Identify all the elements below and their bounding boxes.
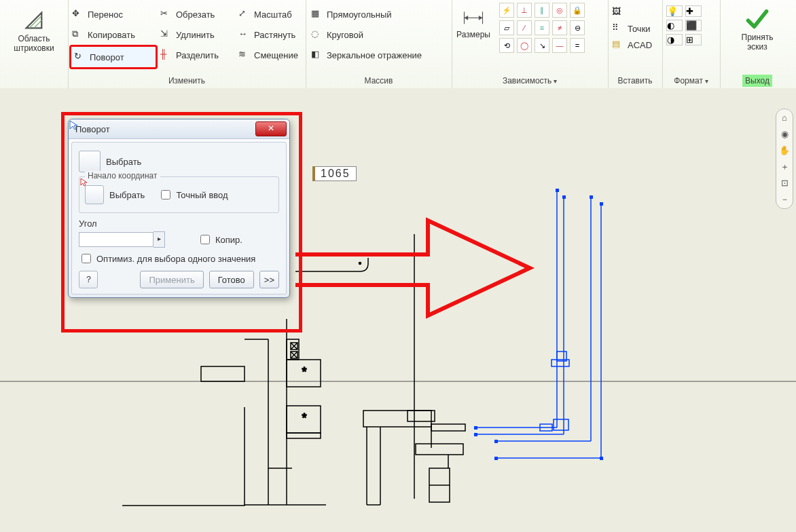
constraint-btn-13[interactable]: ↘ [535, 38, 549, 53]
acad-button[interactable]: ▤ACAD [609, 37, 661, 53]
constraint-btn-15[interactable]: = [570, 38, 585, 53]
hatch-area-button[interactable]: Область штриховки [0, 0, 68, 53]
offset-button[interactable]: ≋Смещение [236, 45, 307, 65]
accept-sketch-button[interactable]: Принять эскиз [720, 0, 795, 52]
constraint-grid: ⚡ ⊥ ∥ ◎ 🔒 ▱ ∕ ≡ ≠ ⊖ ⟲ ◯ ↘ — = [495, 0, 607, 53]
move-button[interactable]: ✥Перенос [69, 4, 158, 24]
constraint-btn-4[interactable]: ◎ [552, 3, 567, 18]
scale-button[interactable]: ⤢Масштаб [236, 4, 307, 24]
mirror-icon: ◧ [311, 49, 323, 61]
format-btn-1[interactable]: 💡 [666, 5, 683, 17]
constraint-btn-3[interactable]: ∥ [535, 3, 549, 18]
split-button[interactable]: ╫Разделить [158, 45, 236, 65]
format-btn-6[interactable]: ⊞ [685, 34, 702, 45]
offset-icon: ≋ [238, 49, 251, 61]
constraint-btn-1[interactable]: ⚡ [499, 3, 514, 18]
select-origin-button[interactable] [85, 185, 104, 204]
select-geom-button[interactable] [79, 151, 101, 172]
precise-input-checkbox[interactable]: Точный ввод [158, 188, 228, 202]
panel-array-label: Массив [306, 76, 452, 86]
copy-box[interactable] [200, 235, 210, 244]
image-icon: 🖼 [612, 6, 624, 18]
dimension-icon [461, 4, 486, 28]
panel-exit: Принять эскиз Выход [720, 0, 795, 88]
zoom-out-button[interactable]: － [778, 193, 791, 206]
pan-button[interactable]: ✋ [778, 145, 791, 157]
rect-array-button[interactable]: ▦Прямоугольный [308, 4, 449, 24]
optimize-checkbox[interactable]: Оптимиз. для выбора одного значения [79, 252, 279, 265]
ribbon: Область штриховки ✥Перенос ✂Обрезать ⤢Ма… [0, 0, 796, 89]
format-btn-3[interactable]: ◐ [666, 20, 683, 31]
constraint-btn-6[interactable]: ▱ [499, 20, 514, 35]
format-btn-2[interactable]: ✚ [685, 5, 702, 17]
hatch-icon [22, 8, 46, 33]
svg-marker-7 [479, 16, 483, 20]
points-label: Точки [628, 24, 651, 34]
svg-rect-52 [556, 189, 559, 192]
svg-point-10 [359, 263, 361, 265]
angle-label: Угол [79, 218, 279, 229]
panel-format-label[interactable]: Формат [662, 76, 720, 86]
points-button[interactable]: ⠿Точки [609, 20, 661, 37]
panel-constraints-label[interactable]: Зависимость [452, 76, 608, 86]
drawing-canvas[interactable]: * * [0, 88, 796, 532]
constraint-btn-11[interactable]: ⟲ [499, 38, 514, 53]
more-button[interactable]: >> [259, 271, 279, 288]
zoom-in-button[interactable]: ＋ [778, 161, 791, 173]
stretch-button[interactable]: ↔Растянуть [236, 24, 307, 45]
dialog-titlebar[interactable]: Поворот ✕ [69, 119, 289, 139]
svg-rect-35 [431, 424, 465, 431]
svg-rect-51 [554, 419, 568, 430]
panel-exit-label: Выход [720, 76, 795, 86]
precise-input-box[interactable] [161, 190, 170, 200]
extend-button[interactable]: ⇲Удлинить [158, 24, 236, 45]
angle-spin[interactable]: ▸ [153, 231, 165, 248]
svg-rect-54 [590, 195, 593, 199]
trim-button[interactable]: ✂Обрезать [158, 4, 236, 24]
help-button[interactable]: ？ [79, 271, 98, 288]
constraint-btn-8[interactable]: ≡ [535, 20, 549, 35]
cursor-icon [79, 177, 89, 187]
mirror-label: Зеркальное отражение [327, 50, 422, 60]
format-btn-4[interactable]: ⬛ [685, 20, 702, 31]
apply-button[interactable]: Применить [140, 271, 203, 288]
format-btn-5[interactable]: ◑ [666, 34, 683, 45]
panel-array: ▦Прямоугольный ◌Круговой ◧Зеркальное отр… [306, 0, 452, 88]
scale-label: Масштаб [254, 10, 292, 20]
extend-label: Удлинить [176, 30, 215, 40]
split-label: Разделить [176, 50, 219, 60]
svg-marker-6 [465, 16, 469, 20]
zoom-fit-button[interactable]: ⊡ [778, 177, 791, 189]
circ-array-button[interactable]: ◌Круговой [308, 24, 449, 45]
orbit-button[interactable]: ◉ [778, 128, 791, 140]
copy-checkbox[interactable]: Копир. [198, 233, 242, 246]
optimize-box[interactable] [82, 254, 91, 263]
constraint-btn-10[interactable]: ⊖ [570, 20, 585, 35]
angle-input[interactable] [79, 232, 153, 247]
done-button[interactable]: Готово [209, 271, 254, 288]
hatch-area-label: Область штриховки [0, 34, 68, 53]
panel-constraints: Размеры ⚡ ⊥ ∥ ◎ 🔒 ▱ ∕ ≡ ≠ ⊖ ⟲ ◯ ↘ — = [452, 0, 609, 88]
svg-line-2 [34, 20, 41, 28]
constraint-btn-12[interactable]: ◯ [517, 38, 532, 53]
insert-image-button[interactable]: 🖼 [609, 4, 661, 20]
constraint-btn-9[interactable]: ≠ [552, 20, 567, 35]
constraint-btn-2[interactable]: ⊥ [517, 3, 532, 18]
dialog-close-button[interactable]: ✕ [255, 121, 287, 136]
rotate-button[interactable]: ↻Поворот [69, 45, 158, 69]
acad-icon: ▤ [612, 39, 624, 51]
dialog-body: Выбрать Начало координат Выбрать Точный … [71, 142, 287, 294]
mirror-button[interactable]: ◧Зеркальное отражение [308, 45, 449, 65]
svg-rect-29 [363, 411, 431, 427]
svg-rect-55 [600, 202, 603, 206]
dimension-value[interactable]: 1065 [312, 166, 357, 181]
constraint-btn-7[interactable]: ∕ [517, 20, 532, 35]
panel-format: 💡 ✚ ◐ ⬛ ◑ ⊞ Формат [662, 0, 721, 88]
constraint-btn-5[interactable]: 🔒 [570, 3, 585, 18]
copy-button[interactable]: ⧉Копировать [69, 24, 158, 45]
home-view-button[interactable]: ⌂ [778, 112, 791, 124]
rotate-dialog: Поворот ✕ Выбрать Начало координат Выбра… [68, 119, 290, 298]
svg-rect-57 [474, 433, 477, 436]
constraint-btn-14[interactable]: — [552, 38, 567, 53]
dimension-button[interactable]: Размеры [452, 0, 495, 53]
